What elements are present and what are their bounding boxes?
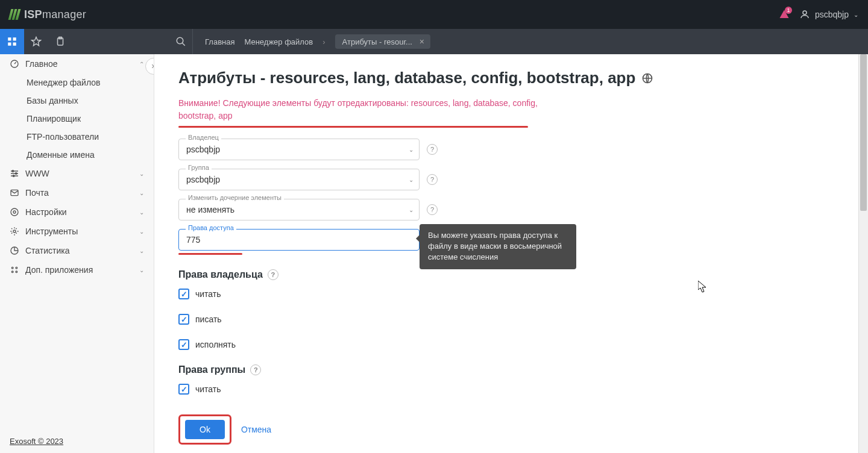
checkbox[interactable] <box>178 339 189 350</box>
chevron-down-icon: ⌄ <box>139 209 144 216</box>
checkbox[interactable] <box>178 314 189 325</box>
sidebar-item-file-manager[interactable]: Менеджер файлов <box>0 73 154 92</box>
checkbox-label: исполнять <box>195 340 236 349</box>
actions-bar: Ok Отмена <box>154 406 858 453</box>
svg-point-9 <box>15 173 17 175</box>
svg-rect-2 <box>13 37 16 40</box>
svg-rect-1 <box>8 37 11 40</box>
owner-read-row[interactable]: читать <box>178 289 844 299</box>
svg-point-10 <box>13 175 14 177</box>
perms-underline <box>178 253 242 255</box>
perms-label: Права доступа <box>186 224 236 231</box>
owner-select[interactable]: pscbqbjp <box>178 139 420 160</box>
help-icon[interactable]: ? <box>427 174 438 185</box>
owner-execute-row[interactable]: исполнять <box>178 339 844 350</box>
toolbar-clipboard-button[interactable] <box>48 29 72 54</box>
chevron-down-icon: ⌄ <box>139 267 144 273</box>
sidebar-group-tools[interactable]: Инструменты⌄ <box>0 222 154 241</box>
svg-point-14 <box>13 230 16 233</box>
help-icon[interactable]: ? <box>268 269 278 280</box>
pie-icon <box>10 246 19 255</box>
perms-field[interactable]: Права доступа <box>178 229 420 251</box>
group-field[interactable]: Группа pscbqbjp ⌄ <box>178 169 420 190</box>
page-title: Атрибуты - resources, lang, database, co… <box>178 69 844 87</box>
sidebar-group-settings[interactable]: Настройки⌄ <box>0 202 154 222</box>
logo-icon <box>10 9 19 20</box>
chevron-down-icon: ⌄ <box>139 248 144 254</box>
chevron-down-icon: ⌄ <box>139 170 144 177</box>
apps-icon <box>10 265 19 275</box>
breadcrumb-fm[interactable]: Менеджер файлов <box>244 37 313 46</box>
chevron-up-icon: ⌃ <box>139 61 144 67</box>
help-icon[interactable]: ? <box>427 144 438 155</box>
sidebar-group-www[interactable]: WWW⌄ <box>0 164 154 183</box>
logo-text: ISPmanager <box>24 8 86 21</box>
svg-point-16 <box>11 267 13 269</box>
sidebar: × Главное ⌃ Менеджер файлов Базы данных … <box>0 54 154 453</box>
checkbox[interactable] <box>178 289 189 299</box>
children-field[interactable]: Изменить дочерние элементы не изменять ⌄ <box>178 199 420 220</box>
warning-underline <box>178 126 528 128</box>
help-icon[interactable]: ? <box>427 204 438 215</box>
breadcrumb-home[interactable]: Главная <box>205 37 234 46</box>
svg-rect-3 <box>8 43 11 46</box>
user-name: pscbqbjp <box>815 10 849 19</box>
gear-icon <box>10 226 19 236</box>
chevron-right-icon: › <box>322 37 325 46</box>
scrollbar-thumb[interactable] <box>860 54 867 211</box>
svg-point-17 <box>16 267 17 269</box>
ok-highlight: Ok <box>178 414 231 445</box>
mail-icon <box>10 188 19 198</box>
owner-label: Владелец <box>186 134 221 141</box>
svg-point-12 <box>11 208 18 216</box>
svg-point-13 <box>13 211 16 213</box>
sidebar-group-main: Главное ⌃ Менеджер файлов Базы данных Пл… <box>0 54 154 164</box>
cancel-button[interactable]: Отмена <box>241 425 271 434</box>
perms-tooltip: Вы можете указать права доступа к файлу … <box>420 224 576 269</box>
content: Атрибуты - resources, lang, database, co… <box>154 54 868 453</box>
group-select[interactable]: pscbqbjp <box>178 169 420 190</box>
globe-icon[interactable] <box>641 72 653 84</box>
notifications-badge: 1 <box>785 7 792 14</box>
sidebar-group-mail[interactable]: Почта⌄ <box>0 183 154 202</box>
sidebar-item-databases[interactable]: Базы данных <box>0 92 154 110</box>
checkbox[interactable] <box>178 384 189 395</box>
sidebar-item-ftp-users[interactable]: FTP-пользователи <box>0 128 154 146</box>
sliders-icon <box>10 169 19 178</box>
perms-input[interactable] <box>178 229 420 251</box>
sidebar-group-main-header[interactable]: Главное ⌃ <box>0 54 154 73</box>
group-label: Группа <box>186 164 212 171</box>
user-menu[interactable]: pscbqbjp ⌄ <box>799 9 858 20</box>
sidebar-group-apps[interactable]: Доп. приложения⌄ <box>0 260 154 280</box>
chevron-down-icon: ⌄ <box>139 190 144 196</box>
sidebar-item-domains[interactable]: Доменные имена <box>0 146 154 164</box>
chevron-down-icon: ⌄ <box>139 228 144 235</box>
ok-button[interactable]: Ok <box>185 420 225 439</box>
toolbar-menu-button[interactable] <box>0 29 24 54</box>
toolbar-star-button[interactable] <box>24 29 48 54</box>
footer-link[interactable]: Exosoft © 2023 <box>0 430 154 453</box>
user-icon <box>799 9 810 20</box>
svg-point-6 <box>177 37 183 44</box>
settings-icon <box>10 207 19 217</box>
gauge-icon <box>10 59 19 69</box>
sidebar-group-stats[interactable]: Статистика⌄ <box>0 241 154 260</box>
checkbox-label: читать <box>195 289 221 299</box>
breadcrumb-tab[interactable]: Атрибуты - resour... × <box>335 34 430 49</box>
sidebar-item-scheduler[interactable]: Планировщик <box>0 110 154 128</box>
group-read-row[interactable]: читать <box>178 384 844 395</box>
children-label: Изменить дочерние элементы <box>186 194 284 201</box>
owner-perms-title: Права владельца ? <box>178 269 844 280</box>
breadcrumb: Главная Менеджер файлов › Атрибуты - res… <box>193 34 442 49</box>
help-icon[interactable]: ? <box>250 364 261 375</box>
children-select[interactable]: не изменять <box>178 199 420 220</box>
owner-write-row[interactable]: писать <box>178 314 844 325</box>
toolbar: Главная Менеджер файлов › Атрибуты - res… <box>0 29 868 54</box>
owner-field[interactable]: Владелец pscbqbjp ⌄ <box>178 139 420 160</box>
topbar: ISPmanager 1 pscbqbjp ⌄ <box>0 0 868 29</box>
logo[interactable]: ISPmanager <box>10 8 86 21</box>
close-icon[interactable]: × <box>417 37 427 46</box>
notifications-icon[interactable]: 1 <box>779 9 790 20</box>
scrollbar[interactable] <box>858 54 868 453</box>
toolbar-search-button[interactable] <box>169 29 193 54</box>
